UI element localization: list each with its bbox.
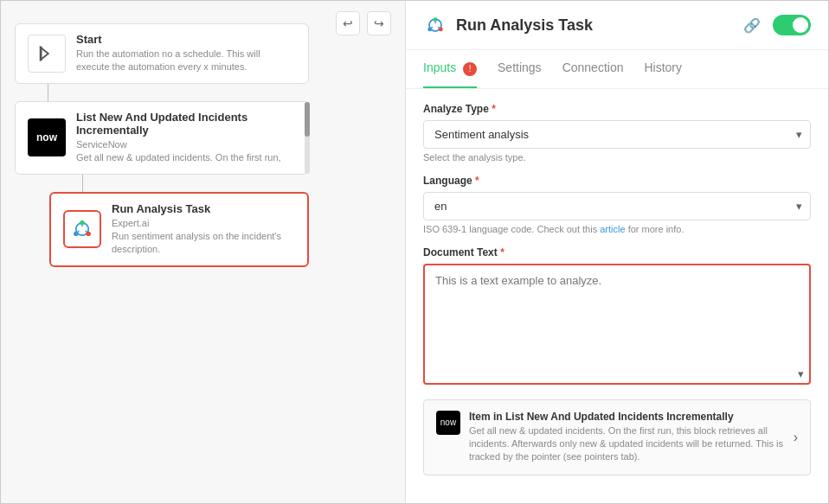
redo-button[interactable]: ↪ <box>367 11 391 35</box>
suggestion-desc: Get all new & updated incidents. On the … <box>469 424 785 464</box>
svg-point-11 <box>427 27 432 31</box>
scroll-thumb <box>305 102 310 137</box>
language-label: Language * <box>423 175 811 187</box>
analyze-type-select[interactable]: Sentiment analysis <box>423 120 811 149</box>
document-text-group: Document Text * ▾ <box>423 246 811 387</box>
undo-button[interactable]: ↩ <box>336 11 360 35</box>
expertai-icon <box>63 210 101 248</box>
expertai-node-subtitle: Expert.ai <box>112 217 295 230</box>
connector-1 <box>48 84 48 101</box>
suggestion-card[interactable]: now Item in List New And Updated Inciden… <box>423 399 811 475</box>
suggestion-title: Item in List New And Updated Incidents I… <box>469 411 785 423</box>
expertai-node-desc: Run sentiment analysis on the incident's… <box>112 230 295 257</box>
analyze-type-required: * <box>492 103 496 115</box>
svg-line-13 <box>438 27 439 28</box>
tab-settings[interactable]: Settings <box>498 50 542 88</box>
document-text-label: Document Text * <box>423 246 811 258</box>
servicenow-node[interactable]: now List New And Updated Incidents Incre… <box>15 101 309 175</box>
language-hint: ISO 639-1 language code. Check out this … <box>423 224 811 234</box>
start-node-text: Start Run the automation no a schedule. … <box>76 33 296 74</box>
language-article-link[interactable]: article <box>600 224 625 234</box>
tab-connection-label: Connection <box>562 61 624 74</box>
start-node-title: Start <box>76 33 296 46</box>
svg-point-3 <box>87 232 91 236</box>
tab-history[interactable]: History <box>644 50 682 88</box>
servicenow-icon: now <box>28 118 66 156</box>
suggestion-now-label: now <box>440 418 456 427</box>
header-task-icon <box>423 13 447 37</box>
tab-connection[interactable]: Connection <box>562 50 624 88</box>
tabs: Inputs ! Settings Connection History <box>406 50 828 89</box>
start-node-subtitle: Run the automation no a schedule. This w… <box>76 48 296 74</box>
expertai-node-text: Run Analysis Task Expert.ai Run sentimen… <box>112 202 295 257</box>
right-content: Analyze Type * Sentiment analysis ▾ Sele… <box>406 89 828 504</box>
redo-icon: ↪ <box>374 16 384 30</box>
servicenow-node-desc: Get all new & updated incidents. On the … <box>76 151 296 164</box>
left-panel: ↩ ↪ Start Run the automation no a schedu… <box>1 1 406 503</box>
servicenow-wrapper: ↻ now List New And Updated Incidents Inc… <box>15 101 309 175</box>
document-text-wrapper: ▾ <box>423 264 811 387</box>
toolbar: ↩ ↪ <box>336 11 391 35</box>
toggle-button[interactable] <box>773 15 811 35</box>
undo-icon: ↩ <box>343 16 353 30</box>
svg-point-10 <box>439 27 443 31</box>
svg-line-6 <box>86 231 87 232</box>
language-group: Language * en ▾ ISO 639-1 language code.… <box>423 175 811 234</box>
connector-2 <box>82 175 83 192</box>
right-panel: Run Analysis Task 🔗 Inputs ! Settings Co… <box>406 1 828 503</box>
servicenow-logo: now <box>36 131 57 144</box>
svg-line-7 <box>78 231 79 232</box>
analyze-type-select-wrapper: Sentiment analysis ▾ <box>423 120 811 149</box>
document-text-input[interactable] <box>423 264 811 385</box>
servicenow-node-text: List New And Updated Incidents Increment… <box>76 111 296 165</box>
expertai-wrapper: Run Analysis Task Expert.ai Run sentimen… <box>49 192 309 267</box>
expertai-node[interactable]: Run Analysis Task Expert.ai Run sentimen… <box>49 192 309 267</box>
svg-point-4 <box>74 232 78 236</box>
suggestion-node-icon: now <box>436 411 460 435</box>
tab-settings-label: Settings <box>498 61 542 74</box>
document-text-required: * <box>500 246 504 258</box>
flow-area: Start Run the automation no a schedule. … <box>15 23 391 267</box>
svg-line-14 <box>431 27 432 28</box>
svg-point-2 <box>80 220 84 225</box>
analyze-type-hint: Select the analysis type. <box>423 152 811 163</box>
expand-icon[interactable]: ▾ <box>798 367 804 380</box>
start-node[interactable]: Start Run the automation no a schedule. … <box>15 23 309 84</box>
servicenow-node-title: List New And Updated Incidents Increment… <box>76 111 296 137</box>
svg-point-9 <box>434 17 438 22</box>
right-header: Run Analysis Task 🔗 <box>406 1 828 50</box>
language-required: * <box>475 175 479 187</box>
tab-history-label: History <box>644 61 682 74</box>
expertai-node-title: Run Analysis Task <box>112 202 295 215</box>
tab-inputs[interactable]: Inputs ! <box>423 50 477 88</box>
analyze-type-label: Analyze Type * <box>423 103 811 115</box>
analyze-type-group: Analyze Type * Sentiment analysis ▾ Sele… <box>423 103 811 163</box>
servicenow-node-subtitle: ServiceNow <box>76 138 296 151</box>
suggestion-chevron-icon: › <box>794 430 798 445</box>
tab-inputs-label: Inputs <box>423 61 456 74</box>
svg-rect-0 <box>41 47 42 61</box>
task-title: Run Analysis Task <box>456 16 735 35</box>
app-container: ↩ ↪ Start Run the automation no a schedu… <box>0 0 829 504</box>
suggestion-text: Item in List New And Updated Incidents I… <box>469 411 785 464</box>
scroll-indicator <box>305 102 310 174</box>
language-select[interactable]: en <box>423 192 811 220</box>
tab-inputs-badge: ! <box>463 62 477 76</box>
link-icon: 🔗 <box>743 17 761 34</box>
language-select-wrapper: en ▾ <box>423 192 811 220</box>
start-node-icon <box>28 35 66 73</box>
